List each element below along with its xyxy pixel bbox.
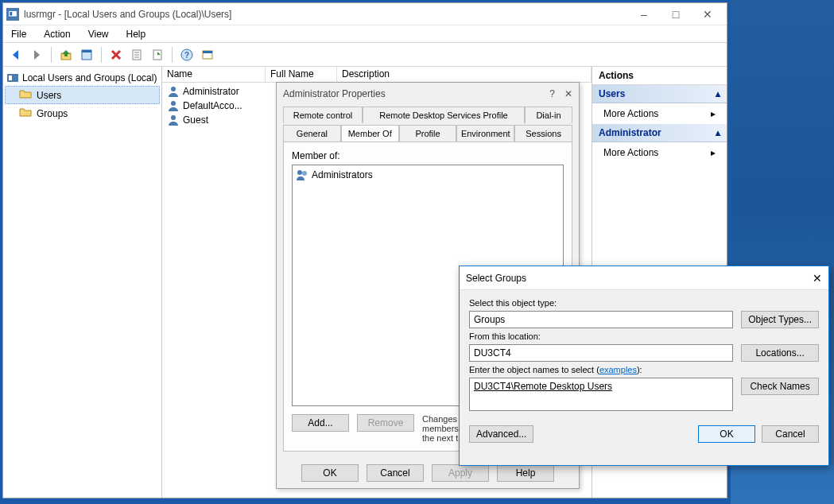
action-section-admin[interactable]: Administrator ▴ bbox=[592, 124, 727, 142]
collapse-icon: ▴ bbox=[716, 127, 720, 138]
folder-icon bbox=[19, 87, 32, 103]
ok-button[interactable]: OK bbox=[698, 425, 755, 443]
svg-rect-15 bbox=[9, 76, 12, 80]
maximize-button[interactable]: □ bbox=[660, 5, 692, 24]
menu-action[interactable]: Action bbox=[41, 27, 73, 41]
tree-panel: Local Users and Groups (Local) Users Gro… bbox=[3, 67, 162, 498]
svg-point-17 bbox=[171, 101, 176, 106]
help-button[interactable]: ? bbox=[177, 45, 196, 64]
help-icon[interactable]: ? bbox=[549, 88, 555, 99]
svg-text:?: ? bbox=[184, 51, 189, 60]
forward-button[interactable] bbox=[27, 45, 46, 64]
close-icon[interactable]: ✕ bbox=[564, 88, 572, 99]
dialog-titlebar[interactable]: Select Groups ✕ bbox=[460, 266, 828, 290]
tab-remote-control[interactable]: Remote control bbox=[283, 107, 363, 123]
group-icon bbox=[296, 169, 308, 181]
user-name: Administrator bbox=[183, 86, 239, 97]
cancel-button[interactable]: Cancel bbox=[762, 425, 819, 443]
locations-button[interactable]: Locations... bbox=[741, 344, 819, 362]
menu-file[interactable]: File bbox=[8, 27, 29, 41]
tree-root[interactable]: Local Users and Groups (Local) bbox=[5, 70, 160, 86]
chevron-right-icon: ▸ bbox=[711, 147, 716, 158]
apply-button[interactable]: Apply bbox=[432, 464, 489, 482]
col-description[interactable]: Description bbox=[337, 67, 592, 82]
tree-users[interactable]: Users bbox=[5, 86, 160, 104]
cancel-button[interactable]: Cancel bbox=[367, 464, 424, 482]
tab-sessions[interactable]: Sessions bbox=[514, 125, 572, 142]
examples-link[interactable]: examples bbox=[599, 365, 637, 374]
tab-profile[interactable]: Profile bbox=[399, 125, 457, 142]
svg-point-19 bbox=[297, 170, 302, 175]
menubar: File Action View Help bbox=[3, 25, 727, 43]
location-label: From this location: bbox=[469, 331, 733, 341]
object-type-label: Select this object type: bbox=[469, 298, 733, 308]
ok-button[interactable]: OK bbox=[301, 464, 359, 482]
titlebar[interactable]: lusrmgr - [Local Users and Groups (Local… bbox=[3, 3, 727, 25]
location-field: DU3CT4 bbox=[469, 344, 733, 362]
object-types-button[interactable]: Object Types... bbox=[741, 311, 819, 328]
menu-view[interactable]: View bbox=[85, 27, 112, 41]
add-button[interactable]: Add... bbox=[292, 414, 349, 432]
delete-button[interactable] bbox=[107, 45, 126, 64]
action-section-label: Administrator bbox=[599, 127, 661, 138]
collapse-icon: ▴ bbox=[716, 88, 720, 99]
col-fullname[interactable]: Full Name bbox=[266, 67, 337, 82]
user-name: Guest bbox=[183, 114, 208, 126]
col-name[interactable]: Name bbox=[162, 67, 266, 82]
action-section-users[interactable]: Users ▴ bbox=[592, 85, 727, 103]
minimize-button[interactable]: – bbox=[628, 5, 660, 24]
member-name: Administrators bbox=[312, 169, 373, 180]
names-label: Enter the object names to select (exampl… bbox=[469, 365, 733, 374]
member-of-label: Member of: bbox=[292, 150, 564, 161]
menu-help[interactable]: Help bbox=[123, 27, 149, 41]
user-icon bbox=[167, 99, 180, 112]
close-button[interactable]: ✕ bbox=[692, 5, 723, 24]
svg-point-20 bbox=[302, 171, 307, 176]
properties-button[interactable] bbox=[77, 45, 96, 64]
user-name: DefaultAcco... bbox=[183, 100, 242, 111]
close-icon[interactable]: ✕ bbox=[813, 272, 822, 285]
list-header: Name Full Name Description bbox=[162, 67, 592, 83]
tab-dialin[interactable]: Dial-in bbox=[525, 107, 572, 123]
tab-environment[interactable]: Environment bbox=[456, 125, 514, 142]
tree-item-label: Groups bbox=[37, 108, 68, 119]
dialog-title: Select Groups bbox=[466, 273, 526, 284]
advanced-button[interactable]: Advanced... bbox=[469, 425, 533, 443]
action-label: More Actions bbox=[603, 147, 658, 158]
object-names-input[interactable]: DU3CT4\Remote Desktop Users bbox=[469, 378, 733, 411]
chevron-right-icon: ▸ bbox=[711, 108, 716, 119]
help-button[interactable]: Help bbox=[497, 464, 554, 482]
user-icon bbox=[167, 85, 180, 98]
actions-title: Actions bbox=[592, 67, 727, 85]
member-row[interactable]: Administrators bbox=[294, 167, 561, 183]
view-button[interactable] bbox=[198, 45, 217, 64]
svg-rect-1 bbox=[10, 12, 12, 16]
action-label: More Actions bbox=[603, 108, 658, 119]
tree-groups[interactable]: Groups bbox=[5, 104, 160, 122]
tab-general[interactable]: General bbox=[283, 125, 341, 142]
remove-button[interactable]: Remove bbox=[357, 414, 414, 432]
toolbar: ? bbox=[3, 43, 727, 67]
tree-root-label: Local Users and Groups (Local) bbox=[22, 72, 157, 83]
refresh-button[interactable] bbox=[127, 45, 146, 64]
window-title: lusrmgr - [Local Users and Groups (Local… bbox=[24, 9, 628, 20]
dialog-titlebar[interactable]: Administrator Properties ? ✕ bbox=[277, 83, 579, 105]
object-type-field: Groups bbox=[469, 311, 733, 328]
user-icon bbox=[167, 114, 180, 126]
svg-rect-13 bbox=[203, 51, 212, 53]
svg-point-16 bbox=[171, 87, 176, 91]
tab-rds-profile[interactable]: Remote Desktop Services Profile bbox=[363, 107, 525, 123]
back-button[interactable] bbox=[6, 45, 25, 64]
tab-member-of[interactable]: Member Of bbox=[341, 125, 399, 142]
export-button[interactable] bbox=[148, 45, 167, 64]
action-more-admin[interactable]: More Actions ▸ bbox=[592, 142, 727, 163]
action-section-label: Users bbox=[599, 88, 625, 99]
app-icon bbox=[6, 8, 19, 21]
up-button[interactable] bbox=[56, 45, 76, 64]
select-groups-dialog: Select Groups ✕ Select this object type:… bbox=[459, 266, 829, 466]
action-more-users[interactable]: More Actions ▸ bbox=[592, 103, 727, 124]
svg-point-18 bbox=[171, 115, 176, 120]
check-names-button[interactable]: Check Names bbox=[741, 378, 819, 395]
tree-item-label: Users bbox=[37, 90, 61, 101]
dialog-title: Administrator Properties bbox=[283, 88, 386, 99]
